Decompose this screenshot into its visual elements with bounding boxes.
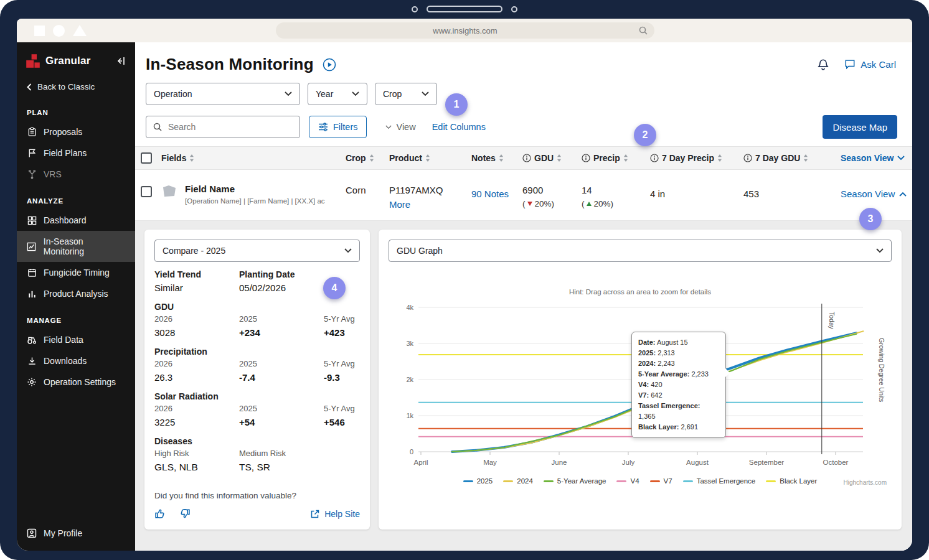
sidebar-item-in-season-monitoring[interactable]: In-Season Monitoring — [17, 231, 135, 262]
table-row[interactable]: Field Name [Operation Name] | [Farm Name… — [135, 170, 912, 221]
sidebar-item-label: Fungicide Timing — [44, 268, 110, 278]
sort-icon[interactable] — [803, 154, 808, 162]
sidebar-item-field-data[interactable]: Field Data — [17, 329, 135, 350]
info-icon[interactable] — [522, 154, 531, 162]
column-precip[interactable]: Precip — [578, 153, 646, 163]
legend-item-2024[interactable]: 2024 — [503, 477, 533, 485]
operation-dropdown[interactable]: Operation — [146, 83, 300, 105]
column-7-day-precip[interactable]: 7 Day Precip — [646, 153, 740, 163]
column-7-day-gdu[interactable]: 7 Day GDU — [740, 153, 833, 163]
column-gdu[interactable]: GDU — [519, 153, 578, 163]
sidebar-item-fungicide-timing[interactable]: Fungicide Timing — [17, 262, 135, 283]
help-site-label: Help Site — [324, 509, 360, 519]
legend-swatch — [616, 480, 626, 482]
product-more-link[interactable]: More — [389, 199, 410, 210]
calendar-icon — [27, 268, 37, 278]
field-meta: [Operation Name] | [Farm Name] | [XX.X] … — [185, 197, 325, 207]
view-dropdown[interactable]: View — [385, 122, 415, 132]
gdu-chart-area[interactable]: Hint: Drag across an area to zoom for de… — [389, 269, 892, 485]
sort-icon[interactable] — [189, 154, 194, 162]
today-label: Today — [828, 312, 836, 330]
info-icon[interactable] — [743, 154, 752, 162]
graph-type-dropdown[interactable]: GDU Graph — [389, 240, 892, 262]
y-tick-label: 2k — [406, 376, 413, 383]
sidebar-item-downloads[interactable]: Downloads — [17, 350, 135, 371]
search-box[interactable] — [146, 116, 300, 138]
address-bar[interactable]: www.insights.com — [276, 22, 654, 39]
sidebar-item-product-analysis[interactable]: Product Analysis — [17, 283, 135, 304]
operation-dropdown-label: Operation — [154, 89, 192, 99]
view-label: View — [396, 122, 415, 132]
sidebar-item-my-profile[interactable]: My Profile — [17, 520, 135, 551]
legend-item-5-year-average[interactable]: 5-Year Average — [544, 477, 606, 485]
sort-icon[interactable] — [499, 154, 504, 162]
callout-4: 4 — [323, 277, 346, 299]
chevron-down-icon — [897, 156, 905, 161]
sidebar-item-vrs[interactable]: VRS — [17, 164, 135, 185]
help-site-link[interactable]: Help Site — [310, 509, 360, 519]
collapse-sidebar-icon[interactable] — [115, 56, 126, 66]
seven-day-precip-cell: 4 in — [646, 170, 740, 204]
search-input[interactable] — [168, 122, 293, 132]
legend-item-2025[interactable]: 2025 — [463, 477, 493, 485]
season-view-toggle[interactable]: Season View — [833, 170, 912, 204]
legend-item-v4[interactable]: V4 — [616, 477, 639, 485]
crop-dropdown[interactable]: Crop — [375, 83, 437, 105]
row-checkbox[interactable] — [141, 186, 152, 197]
delta-value: 20%) — [535, 199, 555, 208]
field-cell[interactable]: Field Name [Operation Name] | [Farm Name… — [158, 170, 342, 212]
sidebar-item-operation-settings[interactable]: Operation Settings — [17, 371, 135, 393]
sort-icon[interactable] — [557, 154, 562, 162]
column-notes[interactable]: Notes — [468, 153, 519, 163]
thumbs-down-icon[interactable] — [179, 508, 191, 520]
precipitation-section-label: Precipitation — [154, 347, 360, 357]
disease-map-button[interactable]: Disease Map — [823, 115, 897, 139]
year-dropdown[interactable]: Year — [308, 83, 367, 105]
legend-item-tassel-emergence[interactable]: Tassel Emergence — [683, 477, 756, 485]
highcharts-credit: Highcharts.com — [844, 479, 887, 486]
x-tick-label: May — [483, 459, 497, 466]
info-icon[interactable] — [650, 154, 659, 162]
window-square-icon[interactable] — [34, 26, 45, 36]
column-product[interactable]: Product — [385, 153, 468, 163]
thumbs-up-icon[interactable] — [154, 508, 166, 520]
profile-icon — [27, 528, 37, 538]
select-all-checkbox[interactable] — [141, 152, 152, 164]
info-icon[interactable] — [582, 154, 590, 162]
edit-columns-link[interactable]: Edit Columns — [432, 122, 486, 132]
sidebar-item-dashboard[interactable]: Dashboard — [17, 210, 135, 231]
sidebar-item-field-plans[interactable]: Field Plans — [17, 142, 135, 164]
window-triangle-icon[interactable] — [73, 25, 87, 36]
notes-link[interactable]: 90 Notes — [471, 189, 509, 199]
high-risk-label: High Risk — [154, 449, 239, 458]
solar-2026-value: 3225 — [154, 417, 239, 427]
sort-icon[interactable] — [425, 154, 430, 162]
tooltip-row: 5-Year Average: 2,233 — [638, 369, 719, 380]
sidebar-item-label: In-Season Monitoring — [44, 236, 125, 256]
column-fields[interactable]: Fields — [158, 153, 342, 163]
legend-item-v7[interactable]: V7 — [650, 477, 672, 485]
year-dropdown-label: Year — [316, 89, 333, 99]
legend-item-black-layer[interactable]: Black Layer — [766, 477, 817, 485]
sort-icon[interactable] — [717, 154, 722, 162]
compare-dropdown[interactable]: Compare - 2025 — [154, 240, 360, 262]
ask-carl-button[interactable]: Ask Carl — [844, 59, 896, 70]
sidebar-item-label: Field Plans — [44, 148, 87, 158]
season-detail-panel: Compare - 2025 Yield Trend Similar Plant… — [135, 221, 912, 551]
back-to-classic-link[interactable]: Back to Classic — [17, 73, 135, 96]
notification-bell-icon[interactable] — [817, 58, 829, 71]
chevron-down-icon — [385, 125, 392, 129]
sort-icon[interactable] — [623, 154, 628, 162]
legend-swatch — [766, 480, 776, 482]
filters-button[interactable]: Filters — [309, 116, 367, 138]
sidebar-item-proposals[interactable]: Proposals — [17, 121, 135, 142]
walkthrough-play-icon[interactable] — [323, 58, 336, 72]
window-controls[interactable] — [34, 25, 87, 37]
table-header: Fields Crop Product Notes — [135, 146, 912, 170]
tooltip-row: Tassel Emergence: 1,365 — [638, 401, 719, 422]
window-circle-icon[interactable] — [53, 25, 65, 37]
column-crop[interactable]: Crop — [342, 153, 385, 163]
titlebar — [0, 6, 929, 12]
sort-icon[interactable] — [369, 154, 374, 162]
column-season-view[interactable]: Season View — [833, 153, 912, 163]
